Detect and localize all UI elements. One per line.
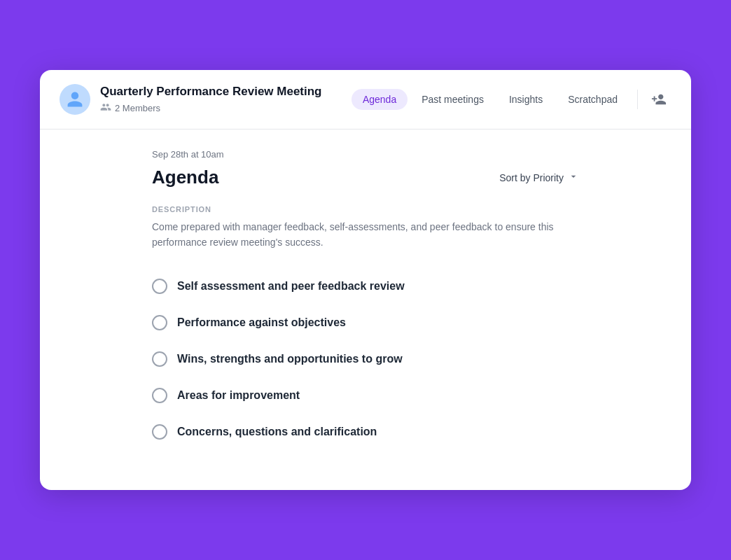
avatar [60,84,90,115]
content-area: Sep 28th at 10am Agenda Sort by Priority… [40,130,691,476]
agenda-item-label-3: Wins, strengths and opportunities to gro… [177,353,403,365]
agenda-item-label-2: Performance against objectives [177,316,346,329]
description-section: DESCRIPTION Come prepared with manager f… [152,205,579,251]
tab-scratchpad[interactable]: Scratchpad [557,89,629,110]
nav-tabs: Agenda Past meetings Insights Scratchpad [351,87,671,112]
members-count: 2 Members [115,103,160,113]
agenda-item-radio-5[interactable] [152,424,167,440]
agenda-title: Agenda [152,167,218,188]
date-label: Sep 28th at 10am [152,149,579,160]
sort-by-priority-button[interactable]: Sort by Priority [499,171,579,184]
agenda-item[interactable]: Wins, strengths and opportunities to gro… [152,343,579,375]
agenda-item[interactable]: Concerns, questions and clarification [152,416,579,448]
agenda-item-radio-1[interactable] [152,279,167,294]
agenda-header-row: Agenda Sort by Priority [152,167,579,188]
sort-label: Sort by Priority [499,172,564,183]
members-icon [100,102,111,115]
agenda-item-radio-2[interactable] [152,315,167,330]
meeting-title: Quarterly Performance Review Meeting [100,84,351,99]
header: Quarterly Performance Review Meeting 2 M… [40,70,691,130]
nav-divider [637,90,638,109]
agenda-item-radio-4[interactable] [152,388,167,403]
agenda-item-radio-3[interactable] [152,351,167,367]
main-card: Quarterly Performance Review Meeting 2 M… [40,70,691,490]
agenda-item[interactable]: Self assessment and peer feedback review [152,270,579,302]
agenda-item[interactable]: Performance against objectives [152,307,579,339]
agenda-items-list: Self assessment and peer feedback review… [152,270,579,448]
tab-agenda[interactable]: Agenda [351,89,408,110]
add-member-icon [651,92,667,107]
avatar-icon [66,90,84,108]
agenda-item-label-4: Areas for improvement [177,389,300,402]
description-text: Come prepared with manager feedback, sel… [152,219,579,251]
agenda-item-label-5: Concerns, questions and clarification [177,426,377,438]
agenda-item[interactable]: Areas for improvement [152,379,579,412]
tab-past-meetings[interactable]: Past meetings [410,89,495,110]
add-member-button[interactable] [646,87,671,112]
agenda-item-label-1: Self assessment and peer feedback review [177,280,405,293]
meeting-members: 2 Members [100,102,351,115]
tab-insights[interactable]: Insights [498,89,554,110]
description-label: DESCRIPTION [152,205,579,214]
chevron-down-icon [568,171,579,184]
meeting-info: Quarterly Performance Review Meeting 2 M… [100,84,351,115]
